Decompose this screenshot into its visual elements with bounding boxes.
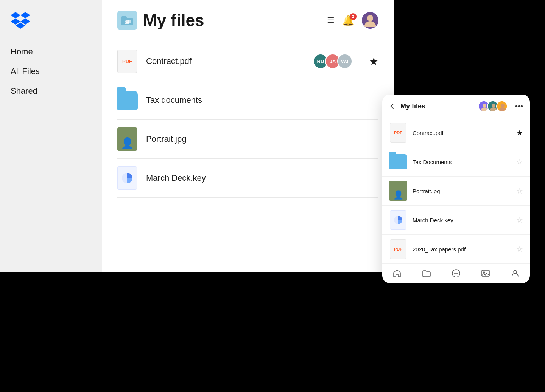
bottom-nav-add[interactable] (452, 269, 461, 278)
panel-back-button[interactable] (389, 103, 396, 110)
file-name-tax: Tax documents (146, 95, 378, 105)
main-content: My files ☰ 🔔 3 PDF (102, 0, 394, 272)
panel-pdf-label-contract: PDF (394, 130, 402, 135)
avatar-image (362, 12, 378, 29)
panel-file-item-march-deck[interactable]: March Deck.key ☆ (382, 206, 530, 235)
svg-point-17 (514, 270, 517, 273)
mobile-panel: My files (382, 95, 530, 283)
panel-star-button-contract[interactable]: ★ (516, 128, 523, 137)
folder-header-icon (117, 11, 137, 30)
file-item-portrait[interactable]: Portrait.jpg (117, 120, 378, 159)
hamburger-icon[interactable]: ☰ (327, 15, 335, 25)
back-arrow-icon (389, 103, 396, 110)
panel-pie-chart-icon (393, 215, 403, 225)
media-nav-icon (481, 269, 490, 278)
file-name-contract: Contract.pdf (146, 56, 304, 66)
notifications-button[interactable]: 🔔 3 (342, 15, 354, 26)
bottom-nav-profile[interactable] (511, 269, 520, 278)
notification-badge: 3 (350, 13, 357, 20)
panel-header: My files (382, 95, 530, 118)
folder-icon-tax (117, 91, 138, 110)
add-nav-icon (452, 269, 461, 278)
panel-star-button-tax[interactable]: ☆ (516, 157, 523, 166)
home-nav-icon (392, 269, 402, 278)
panel-file-item-portrait[interactable]: Portrait.jpg ☆ (382, 177, 530, 206)
keynote-icon-box (117, 166, 137, 190)
file-item-march-deck[interactable]: March Deck.key (117, 159, 378, 198)
file-icon-keynote (117, 166, 137, 190)
dropbox-logo-icon (11, 12, 30, 29)
svg-point-10 (501, 104, 505, 107)
bottom-nav-home[interactable] (392, 269, 402, 278)
panel-file-list: PDF Contract.pdf ★ Tax Documents ☆ Portr… (382, 118, 530, 264)
sidebar-item-all-files[interactable]: All Files (11, 65, 92, 78)
panel-file-icon-keynote-march (389, 211, 407, 229)
panel-file-icon-pdf-2020-tax: PDF (389, 240, 407, 258)
svg-point-3 (367, 15, 373, 21)
panel-file-icon-image-portrait (389, 182, 407, 200)
sidebar-item-shared[interactable]: Shared (11, 85, 92, 98)
svg-rect-15 (482, 270, 489, 276)
panel-file-name-march-deck: March Deck.key (413, 217, 511, 223)
header-actions: ☰ 🔔 3 (327, 12, 378, 29)
panel-pdf-icon-box-contract: PDF (390, 123, 406, 143)
panel-file-item-tax[interactable]: Tax Documents ☆ (382, 147, 530, 177)
svg-point-6 (483, 104, 486, 107)
panel-pdf-label-2020-tax: PDF (394, 247, 402, 251)
panel-title: My files (400, 102, 473, 110)
portrait-thumbnail (117, 127, 137, 151)
file-icon-image (117, 127, 137, 151)
panel-star-button-march-deck[interactable]: ☆ (516, 215, 523, 225)
sidebar: Home All Files Shared (0, 0, 102, 272)
svg-point-1 (128, 20, 131, 23)
panel-portrait-thumbnail (389, 181, 407, 201)
panel-file-item-2020-tax[interactable]: PDF 2020_Tax papers.pdf ☆ (382, 235, 530, 264)
file-name-march-deck: March Deck.key (146, 173, 378, 183)
file-item-tax-documents[interactable]: Tax documents (117, 81, 378, 120)
shared-avatars-contract: RD JA WJ (313, 54, 352, 69)
panel-file-icon-pdf-contract: PDF (389, 124, 407, 142)
page-title: My files (143, 11, 204, 30)
folder-nav-icon (422, 269, 431, 278)
bottom-nav-media[interactable] (481, 269, 490, 278)
shared-avatar-wj: WJ (337, 54, 352, 69)
panel-shared-avatars (478, 101, 508, 112)
pdf-icon-box: PDF (117, 50, 137, 73)
file-list: PDF Contract.pdf RD JA WJ ★ Tax document… (117, 42, 378, 198)
panel-star-button-portrait[interactable]: ☆ (516, 186, 523, 195)
svg-point-16 (483, 272, 485, 273)
panel-file-name-portrait: Portrait.jpg (413, 188, 511, 194)
file-icon-pdf: PDF (117, 50, 137, 73)
sidebar-nav: Home All Files Shared (11, 45, 92, 104)
panel-keynote-icon-box (390, 210, 406, 230)
sidebar-item-home[interactable]: Home (11, 45, 92, 58)
user-avatar[interactable] (362, 12, 378, 29)
svg-point-8 (492, 104, 495, 107)
file-icon-folder (117, 88, 137, 112)
file-item-contract[interactable]: PDF Contract.pdf RD JA WJ ★ (117, 42, 378, 81)
panel-avatar-3-img (497, 101, 508, 112)
panel-more-button[interactable]: ••• (515, 102, 523, 111)
pdf-label: PDF (122, 59, 132, 64)
panel-file-name-tax: Tax Documents (413, 159, 511, 165)
panel-file-icon-folder-tax (389, 153, 407, 171)
panel-file-name-contract: Contract.pdf (413, 130, 511, 136)
profile-nav-icon (511, 269, 520, 278)
panel-pdf-icon-box-2020-tax: PDF (390, 239, 406, 259)
pie-chart-icon (121, 172, 134, 184)
file-name-portrait: Portrait.jpg (146, 134, 378, 144)
star-button-contract[interactable]: ★ (369, 55, 378, 68)
panel-file-name-2020-tax: 2020_Tax papers.pdf (413, 246, 511, 253)
panel-folder-icon-tax (389, 154, 407, 169)
dropbox-logo-container (11, 12, 92, 30)
panel-bottom-nav (382, 264, 530, 283)
panel-file-item-contract[interactable]: PDF Contract.pdf ★ (382, 118, 530, 147)
page-header: My files ☰ 🔔 3 (117, 0, 378, 38)
panel-avatar-3 (496, 101, 508, 112)
panel-star-button-2020-tax[interactable]: ☆ (516, 245, 523, 254)
header-left: My files (117, 11, 204, 30)
bottom-nav-folder[interactable] (422, 269, 431, 278)
shared-folder-svg (121, 15, 134, 26)
